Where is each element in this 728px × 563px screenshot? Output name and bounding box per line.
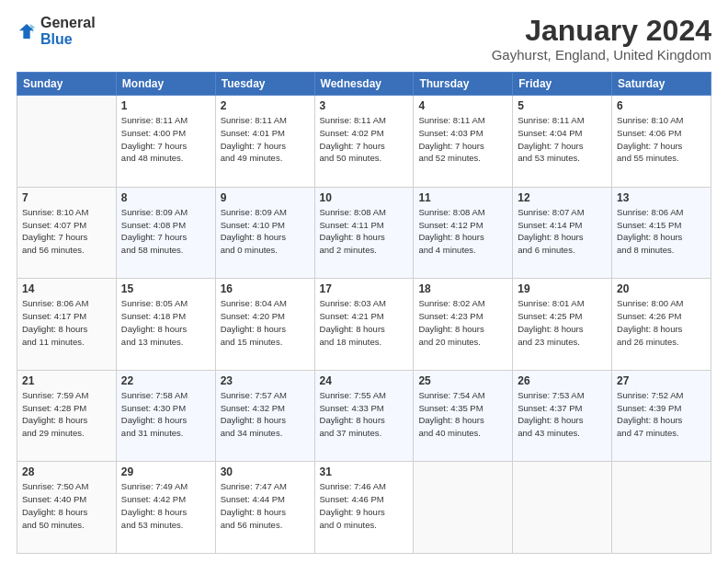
- day-number: 11: [418, 191, 507, 204]
- day-info: Sunrise: 8:09 AMSunset: 4:08 PMDaylight:…: [121, 206, 210, 257]
- day-info: Sunrise: 8:07 AMSunset: 4:14 PMDaylight:…: [518, 206, 607, 257]
- weekday-header-tuesday: Tuesday: [215, 73, 314, 96]
- day-number: 19: [518, 282, 607, 295]
- day-number: 25: [418, 374, 507, 387]
- logo-general: General: [40, 15, 96, 30]
- calendar-cell: 18Sunrise: 8:02 AMSunset: 4:23 PMDayligh…: [414, 279, 513, 371]
- weekday-header-sunday: Sunday: [17, 73, 117, 96]
- day-number: 18: [418, 282, 507, 295]
- day-info: Sunrise: 7:49 AMSunset: 4:42 PMDaylight:…: [121, 480, 210, 531]
- weekday-header-wednesday: Wednesday: [314, 73, 414, 96]
- day-info: Sunrise: 8:11 AMSunset: 4:01 PMDaylight:…: [221, 114, 310, 165]
- calendar-cell: 19Sunrise: 8:01 AMSunset: 4:25 PMDayligh…: [513, 279, 612, 371]
- day-info: Sunrise: 7:57 AMSunset: 4:32 PMDaylight:…: [221, 389, 310, 440]
- day-info: Sunrise: 7:46 AMSunset: 4:46 PMDaylight:…: [320, 480, 409, 531]
- day-info: Sunrise: 7:55 AMSunset: 4:33 PMDaylight:…: [320, 389, 409, 440]
- day-info: Sunrise: 8:10 AMSunset: 4:07 PMDaylight:…: [22, 206, 111, 257]
- logo: General Blue: [17, 15, 96, 48]
- calendar-table: SundayMondayTuesdayWednesdayThursdayFrid…: [17, 72, 711, 554]
- day-info: Sunrise: 7:50 AMSunset: 4:40 PMDaylight:…: [22, 480, 111, 531]
- day-number: 17: [320, 282, 409, 295]
- calendar-cell: 31Sunrise: 7:46 AMSunset: 4:46 PMDayligh…: [314, 462, 414, 554]
- calendar-cell: 28Sunrise: 7:50 AMSunset: 4:40 PMDayligh…: [17, 462, 117, 554]
- calendar-cell: 20Sunrise: 8:00 AMSunset: 4:26 PMDayligh…: [612, 279, 711, 371]
- day-number: 12: [518, 191, 607, 204]
- calendar-cell: 14Sunrise: 8:06 AMSunset: 4:17 PMDayligh…: [17, 279, 117, 371]
- calendar-cell: [513, 462, 612, 554]
- day-info: Sunrise: 8:11 AMSunset: 4:00 PMDaylight:…: [121, 114, 210, 165]
- calendar-cell: 11Sunrise: 8:08 AMSunset: 4:12 PMDayligh…: [414, 187, 513, 279]
- day-number: 14: [22, 282, 111, 295]
- title-block: January 2024 Gayhurst, England, United K…: [492, 15, 711, 63]
- calendar-cell: 24Sunrise: 7:55 AMSunset: 4:33 PMDayligh…: [314, 370, 414, 462]
- calendar-cell: 27Sunrise: 7:52 AMSunset: 4:39 PMDayligh…: [612, 370, 711, 462]
- month-title: January 2024: [492, 15, 711, 47]
- calendar-cell: [612, 462, 711, 554]
- day-number: 9: [221, 191, 310, 204]
- day-info: Sunrise: 8:04 AMSunset: 4:20 PMDaylight:…: [221, 297, 310, 348]
- logo-text: General Blue: [40, 15, 96, 48]
- day-info: Sunrise: 7:54 AMSunset: 4:35 PMDaylight:…: [418, 389, 507, 440]
- logo-icon: [17, 21, 37, 41]
- calendar-cell: 12Sunrise: 8:07 AMSunset: 4:14 PMDayligh…: [513, 187, 612, 279]
- calendar-cell: 8Sunrise: 8:09 AMSunset: 4:08 PMDaylight…: [116, 187, 215, 279]
- weekday-header-thursday: Thursday: [414, 73, 513, 96]
- calendar-cell: [414, 462, 513, 554]
- page: General Blue January 2024 Gayhurst, Engl…: [0, 0, 728, 563]
- day-info: Sunrise: 8:08 AMSunset: 4:12 PMDaylight:…: [418, 206, 507, 257]
- calendar-week-2: 7Sunrise: 8:10 AMSunset: 4:07 PMDaylight…: [17, 187, 711, 279]
- calendar-cell: 29Sunrise: 7:49 AMSunset: 4:42 PMDayligh…: [116, 462, 215, 554]
- day-number: 5: [518, 99, 607, 112]
- day-number: 27: [617, 374, 706, 387]
- weekday-header-friday: Friday: [513, 73, 612, 96]
- day-number: 22: [121, 374, 210, 387]
- day-info: Sunrise: 8:02 AMSunset: 4:23 PMDaylight:…: [418, 297, 507, 348]
- calendar-week-5: 28Sunrise: 7:50 AMSunset: 4:40 PMDayligh…: [17, 462, 711, 554]
- calendar-cell: 9Sunrise: 8:09 AMSunset: 4:10 PMDaylight…: [215, 187, 314, 279]
- day-number: 13: [617, 191, 706, 204]
- calendar-cell: 17Sunrise: 8:03 AMSunset: 4:21 PMDayligh…: [314, 279, 414, 371]
- calendar-cell: 7Sunrise: 8:10 AMSunset: 4:07 PMDaylight…: [17, 187, 117, 279]
- calendar-cell: 4Sunrise: 8:11 AMSunset: 4:03 PMDaylight…: [414, 96, 513, 188]
- day-info: Sunrise: 8:11 AMSunset: 4:04 PMDaylight:…: [518, 114, 607, 165]
- day-number: 16: [221, 282, 310, 295]
- calendar-cell: 22Sunrise: 7:58 AMSunset: 4:30 PMDayligh…: [116, 370, 215, 462]
- day-number: 15: [121, 282, 210, 295]
- calendar-cell: 25Sunrise: 7:54 AMSunset: 4:35 PMDayligh…: [414, 370, 513, 462]
- calendar-cell: 6Sunrise: 8:10 AMSunset: 4:06 PMDaylight…: [612, 96, 711, 188]
- calendar-cell: 16Sunrise: 8:04 AMSunset: 4:20 PMDayligh…: [215, 279, 314, 371]
- day-number: 8: [121, 191, 210, 204]
- day-info: Sunrise: 7:59 AMSunset: 4:28 PMDaylight:…: [22, 389, 111, 440]
- day-number: 29: [121, 465, 210, 478]
- day-number: 21: [22, 374, 111, 387]
- day-info: Sunrise: 8:10 AMSunset: 4:06 PMDaylight:…: [617, 114, 706, 165]
- day-number: 28: [22, 465, 111, 478]
- weekday-header-row: SundayMondayTuesdayWednesdayThursdayFrid…: [17, 73, 711, 96]
- location: Gayhurst, England, United Kingdom: [492, 47, 711, 63]
- day-number: 2: [221, 99, 310, 112]
- day-info: Sunrise: 8:05 AMSunset: 4:18 PMDaylight:…: [121, 297, 210, 348]
- day-info: Sunrise: 8:03 AMSunset: 4:21 PMDaylight:…: [320, 297, 409, 348]
- calendar-cell: 15Sunrise: 8:05 AMSunset: 4:18 PMDayligh…: [116, 279, 215, 371]
- calendar-cell: 13Sunrise: 8:06 AMSunset: 4:15 PMDayligh…: [612, 187, 711, 279]
- calendar-cell: [17, 96, 117, 188]
- weekday-header-monday: Monday: [116, 73, 215, 96]
- calendar-cell: 2Sunrise: 8:11 AMSunset: 4:01 PMDaylight…: [215, 96, 314, 188]
- calendar-cell: 23Sunrise: 7:57 AMSunset: 4:32 PMDayligh…: [215, 370, 314, 462]
- header: General Blue January 2024 Gayhurst, Engl…: [17, 15, 711, 63]
- day-number: 20: [617, 282, 706, 295]
- day-number: 4: [418, 99, 507, 112]
- day-number: 1: [121, 99, 210, 112]
- day-number: 7: [22, 191, 111, 204]
- calendar-cell: 30Sunrise: 7:47 AMSunset: 4:44 PMDayligh…: [215, 462, 314, 554]
- calendar-week-3: 14Sunrise: 8:06 AMSunset: 4:17 PMDayligh…: [17, 279, 711, 371]
- calendar-week-4: 21Sunrise: 7:59 AMSunset: 4:28 PMDayligh…: [17, 370, 711, 462]
- weekday-header-saturday: Saturday: [612, 73, 711, 96]
- day-info: Sunrise: 8:08 AMSunset: 4:11 PMDaylight:…: [320, 206, 409, 257]
- day-info: Sunrise: 7:52 AMSunset: 4:39 PMDaylight:…: [617, 389, 706, 440]
- day-info: Sunrise: 7:53 AMSunset: 4:37 PMDaylight:…: [518, 389, 607, 440]
- day-info: Sunrise: 7:47 AMSunset: 4:44 PMDaylight:…: [221, 480, 310, 531]
- day-info: Sunrise: 8:00 AMSunset: 4:26 PMDaylight:…: [617, 297, 706, 348]
- day-info: Sunrise: 7:58 AMSunset: 4:30 PMDaylight:…: [121, 389, 210, 440]
- calendar-cell: 5Sunrise: 8:11 AMSunset: 4:04 PMDaylight…: [513, 96, 612, 188]
